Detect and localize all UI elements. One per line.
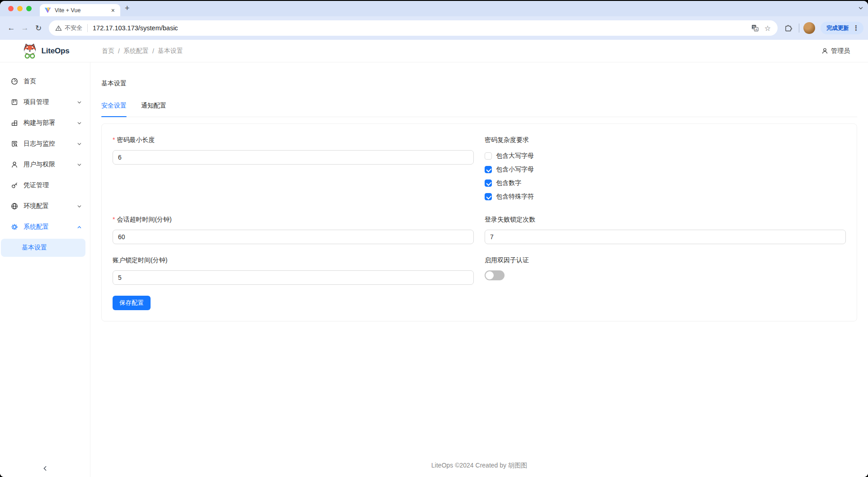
field-password-min-length: 密码最小长度 (113, 135, 474, 203)
chevron-left-icon (42, 465, 48, 472)
field-label: 会话超时时间(分钟) (113, 214, 474, 224)
vite-favicon-icon (44, 7, 51, 14)
window-maximize-button[interactable] (26, 6, 32, 11)
chevron-down-icon (77, 100, 82, 105)
url-text: 172.17.103.173/system/basic (93, 24, 178, 32)
password-min-length-input[interactable] (113, 150, 474, 165)
field-account-lock-time: 账户锁定时间(分钟) (113, 255, 474, 285)
window-close-button[interactable] (8, 6, 14, 11)
account-lock-time-input[interactable] (113, 270, 474, 285)
forward-button[interactable]: → (18, 24, 32, 33)
menu-kebab-icon[interactable]: ⋮ (851, 24, 861, 32)
checkbox-option-uppercase[interactable]: 包含大写字母 (485, 149, 846, 163)
save-config-button[interactable]: 保存配置 (113, 296, 151, 310)
sidebar-item-build-deploy[interactable]: 构建与部署 (2, 114, 86, 132)
field-login-fail-count: 登录失败锁定次数 (485, 214, 846, 244)
breadcrumb-basic-settings: 基本设置 (158, 47, 183, 55)
translate-icon[interactable]: 文 A (749, 24, 761, 32)
tab-notification-config[interactable]: 通知配置 (141, 102, 166, 117)
checkbox-option-special-chars[interactable]: 包含特殊字符 (485, 190, 846, 203)
key-icon (11, 182, 18, 189)
profile-avatar[interactable] (803, 22, 815, 34)
page-title: 基本设置 (101, 80, 857, 88)
checkbox-icon[interactable] (485, 179, 492, 187)
chevron-up-icon (77, 225, 82, 230)
field-label: 密码复杂度要求 (485, 135, 846, 145)
checkbox-icon[interactable] (485, 166, 492, 173)
field-label: 密码最小长度 (113, 135, 474, 145)
svg-text:A: A (755, 28, 757, 31)
sidebar-item-logs-monitoring[interactable]: 日志与监控 (2, 135, 86, 153)
sidebar-item-users-permissions[interactable]: 用户与权限 (2, 156, 86, 174)
field-label: 账户锁定时间(分钟) (113, 255, 474, 265)
breadcrumb-system-config[interactable]: 系统配置 (123, 47, 149, 55)
extensions-icon[interactable] (781, 24, 795, 32)
breadcrumb: 首页 / 系统配置 / 基本设置 (102, 47, 183, 55)
sidebar-item-environments[interactable]: 环境配置 (2, 197, 86, 215)
tab-title: Vite + Vue (55, 7, 110, 14)
liteops-page: LiteOps 首页 / 系统配置 / 基本设置 管理员 (0, 40, 868, 477)
project-icon (11, 99, 18, 106)
toolbar-divider (799, 24, 799, 33)
page-footer: LiteOps ©2024 Created by 胡图图 (101, 453, 857, 477)
gear-icon (11, 223, 18, 231)
tab-overflow-icon[interactable] (858, 5, 863, 11)
chevron-down-icon (77, 162, 82, 167)
tab-security-settings[interactable]: 安全设置 (101, 102, 127, 117)
warning-icon (55, 25, 62, 32)
settings-tabs: 安全设置 通知配置 (101, 102, 857, 117)
user-name: 管理员 (831, 47, 850, 55)
reload-button[interactable]: ↻ (32, 24, 45, 33)
breadcrumb-separator: / (118, 47, 120, 55)
checkbox-icon[interactable] (485, 193, 492, 200)
field-password-complexity: 密码复杂度要求 包含大写字母 包含小写字母 (485, 135, 846, 203)
bookmark-star-icon[interactable]: ☆ (761, 24, 774, 33)
red-panda-logo-icon (21, 43, 38, 59)
close-tab-icon[interactable]: × (110, 7, 116, 14)
update-button[interactable]: 完成更新 ⋮ (821, 22, 863, 34)
user-icon (11, 161, 18, 168)
chevron-down-icon (77, 204, 82, 209)
breadcrumb-home[interactable]: 首页 (102, 47, 114, 55)
global-icon (11, 203, 18, 210)
back-button[interactable]: ← (5, 24, 18, 33)
address-bar[interactable]: 不安全 172.17.103.173/system/basic 文 A ☆ (49, 20, 778, 36)
login-fail-count-input[interactable] (485, 230, 846, 244)
window-minimize-button[interactable] (17, 6, 23, 11)
browser-window: Vite + Vue × + ← → ↻ 不安全 172.17.103.173/… (0, 1, 868, 477)
sidebar-item-projects[interactable]: 项目管理 (2, 93, 86, 111)
browser-tab[interactable]: Vite + Vue × (40, 4, 120, 16)
chevron-down-icon (77, 142, 82, 146)
breadcrumb-separator: / (152, 47, 154, 55)
field-label: 登录失败锁定次数 (485, 214, 846, 224)
browser-toolbar: ← → ↻ 不安全 172.17.103.173/system/basic 文 … (0, 16, 868, 40)
logo-text: LiteOps (42, 47, 70, 56)
checkbox-option-digits[interactable]: 包含数字 (485, 176, 846, 190)
sidebar: 首页 项目管理 构建与部署 (0, 62, 90, 477)
person-icon (821, 47, 828, 54)
sidebar-item-system-config[interactable]: 系统配置 (2, 218, 86, 236)
build-icon (11, 119, 18, 127)
dashboard-icon (11, 78, 18, 85)
main-content: 基本设置 安全设置 通知配置 密码最小长度 密码复杂度要求 (90, 62, 868, 477)
sidebar-item-home[interactable]: 首页 (2, 72, 86, 90)
sidebar-subitem-basic-settings[interactable]: 基本设置 (1, 239, 85, 257)
security-chip[interactable]: 不安全 (65, 24, 82, 32)
field-two-factor: 启用双因子认证 (485, 255, 846, 285)
sidebar-item-credentials[interactable]: 凭证管理 (2, 176, 86, 194)
checkbox-icon[interactable] (485, 152, 492, 160)
sidebar-collapse-button[interactable] (0, 465, 90, 472)
user-menu[interactable]: 管理员 (821, 47, 850, 55)
chevron-down-icon (77, 121, 82, 126)
field-session-timeout: 会话超时时间(分钟) (113, 214, 474, 244)
two-factor-toggle[interactable] (485, 270, 505, 280)
address-divider (87, 24, 88, 32)
app-header: LiteOps 首页 / 系统配置 / 基本设置 管理员 (0, 40, 868, 62)
checkbox-option-lowercase[interactable]: 包含小写字母 (485, 163, 846, 176)
new-tab-button[interactable]: + (125, 4, 130, 13)
settings-card: 密码最小长度 密码复杂度要求 包含大写字母 (101, 123, 857, 321)
browser-tabstrip: Vite + Vue × + (0, 1, 868, 16)
field-label: 启用双因子认证 (485, 255, 846, 265)
session-timeout-input[interactable] (113, 230, 474, 244)
app-logo: LiteOps (0, 43, 90, 59)
